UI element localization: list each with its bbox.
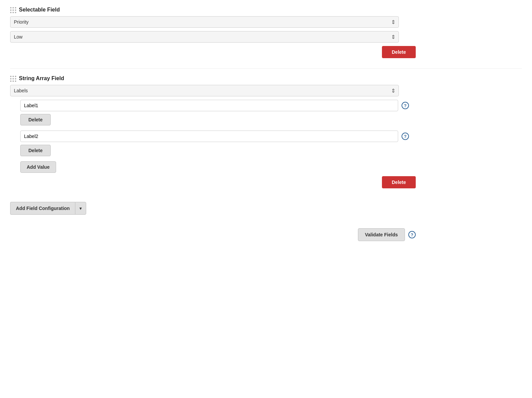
selectable-field-delete-button[interactable]: Delete <box>382 46 416 58</box>
array-item-1-help-icon[interactable]: ? <box>402 102 409 109</box>
array-item-2-help-icon[interactable]: ? <box>402 133 409 140</box>
array-item-2: ? Delete <box>20 131 522 156</box>
add-field-config-dropdown-button[interactable]: ▾ <box>75 202 86 215</box>
drag-handle-string-array[interactable] <box>10 76 16 81</box>
selectable-field-select[interactable]: Priority Status Severity <box>10 16 399 28</box>
string-array-field-section: String Array Field Labels Tags Categorie… <box>10 75 522 188</box>
array-item-1-delete-button[interactable]: Delete <box>20 114 51 125</box>
selectable-value-select-wrapper: Low Medium High Critical ⇕ <box>10 31 399 43</box>
string-array-field-delete-button[interactable]: Delete <box>382 176 416 188</box>
selectable-field-actions: Delete <box>10 46 416 58</box>
section-divider <box>10 68 522 69</box>
array-item-1-input[interactable] <box>20 100 398 111</box>
string-array-field-header: String Array Field <box>10 75 522 81</box>
add-field-config-btn-group: Add Field Configuration ▾ <box>10 202 86 215</box>
selectable-field-select-wrapper: Priority Status Severity ⇕ <box>10 16 399 28</box>
selectable-field-section: Selectable Field Priority Status Severit… <box>10 7 522 58</box>
string-array-field-select[interactable]: Labels Tags Categories <box>10 85 399 96</box>
add-field-config-button[interactable]: Add Field Configuration <box>10 202 75 215</box>
string-array-field-select-wrapper: Labels Tags Categories ⇕ <box>10 85 399 96</box>
selectable-field-title: Selectable Field <box>19 7 60 13</box>
add-value-button[interactable]: Add Value <box>20 161 56 173</box>
string-array-field-actions: Delete <box>10 176 416 188</box>
array-item-2-input-row: ? <box>20 131 409 142</box>
validate-fields-button[interactable]: Validate Fields <box>358 228 405 241</box>
selectable-field-header: Selectable Field <box>10 7 522 13</box>
validate-fields-help-icon[interactable]: ? <box>408 231 416 238</box>
selectable-value-select[interactable]: Low Medium High Critical <box>10 31 399 43</box>
bottom-bar: Validate Fields ? <box>10 228 416 241</box>
add-value-wrapper: Add Value <box>20 161 522 173</box>
add-field-dropdown-arrow-icon: ▾ <box>79 206 82 211</box>
array-item-1: ? Delete <box>20 100 522 125</box>
string-array-field-title: String Array Field <box>19 75 64 81</box>
add-field-config-wrapper: Add Field Configuration ▾ <box>10 198 522 215</box>
drag-handle-selectable[interactable] <box>10 7 16 13</box>
array-item-2-delete-button[interactable]: Delete <box>20 145 51 156</box>
array-item-2-input[interactable] <box>20 131 398 142</box>
array-item-1-input-row: ? <box>20 100 409 111</box>
